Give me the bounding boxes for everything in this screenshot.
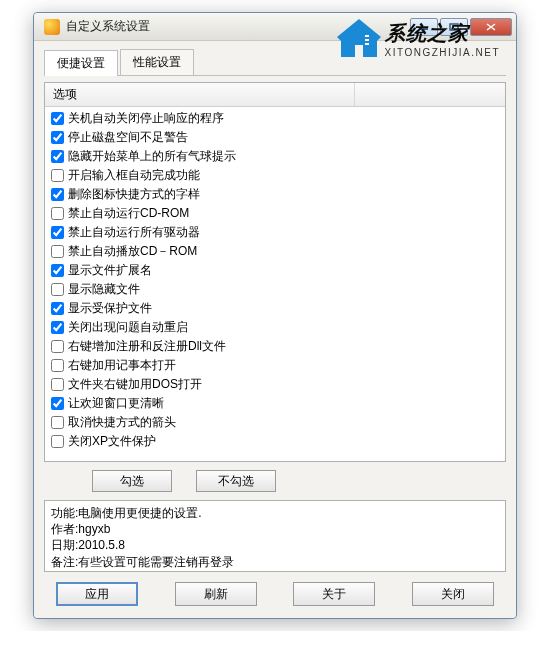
close-dialog-button[interactable]: 关闭	[412, 582, 494, 606]
option-label: 删除图标快捷方式的字样	[68, 186, 200, 203]
option-label: 右键加用记事本打开	[68, 357, 176, 374]
option-checkbox[interactable]	[51, 435, 64, 448]
option-checkbox[interactable]	[51, 264, 64, 277]
option-label: 开启输入框自动完成功能	[68, 167, 200, 184]
option-label: 右键增加注册和反注册Dll文件	[68, 338, 226, 355]
info-panel: 功能:电脑使用更便捷的设置. 作者:hgyxb 日期:2010.5.8 备注:有…	[44, 500, 506, 572]
tab-1[interactable]: 性能设置	[120, 49, 194, 75]
list-item[interactable]: 停止磁盘空间不足警告	[45, 128, 505, 147]
list-item[interactable]: 删除图标快捷方式的字样	[45, 185, 505, 204]
option-label: 关闭出现问题自动重启	[68, 319, 188, 336]
minimize-button[interactable]	[410, 18, 438, 36]
list-item[interactable]: 取消快捷方式的箭头	[45, 413, 505, 432]
list-item[interactable]: 右键增加注册和反注册Dll文件	[45, 337, 505, 356]
option-checkbox[interactable]	[51, 131, 64, 144]
option-label: 显示文件扩展名	[68, 262, 152, 279]
apply-button[interactable]: 应用	[56, 582, 138, 606]
uncheck-all-button[interactable]: 不勾选	[196, 470, 276, 492]
option-checkbox[interactable]	[51, 112, 64, 125]
column-header-empty[interactable]	[355, 83, 505, 106]
titlebar: 自定义系统设置	[34, 13, 516, 41]
list-item[interactable]: 显示文件扩展名	[45, 261, 505, 280]
list-header: 选项	[45, 83, 505, 107]
list-item[interactable]: 关闭XP文件保护	[45, 432, 505, 451]
maximize-icon	[449, 23, 459, 31]
option-label: 让欢迎窗口更清晰	[68, 395, 164, 412]
maximize-button[interactable]	[440, 18, 468, 36]
list-item[interactable]: 禁止自动运行CD-ROM	[45, 204, 505, 223]
option-label: 取消快捷方式的箭头	[68, 414, 176, 431]
list-item[interactable]: 禁止自动播放CD－ROM	[45, 242, 505, 261]
option-checkbox[interactable]	[51, 283, 64, 296]
window-title: 自定义系统设置	[66, 18, 410, 35]
list-item[interactable]: 隐藏开始菜单上的所有气球提示	[45, 147, 505, 166]
option-label: 禁止自动运行CD-ROM	[68, 205, 189, 222]
option-checkbox[interactable]	[51, 188, 64, 201]
list-item[interactable]: 开启输入框自动完成功能	[45, 166, 505, 185]
about-button[interactable]: 关于	[293, 582, 375, 606]
list-item[interactable]: 显示受保护文件	[45, 299, 505, 318]
list-item[interactable]: 文件夹右键加用DOS打开	[45, 375, 505, 394]
app-icon	[44, 19, 60, 35]
option-checkbox[interactable]	[51, 226, 64, 239]
option-checkbox[interactable]	[51, 359, 64, 372]
option-checkbox[interactable]	[51, 207, 64, 220]
option-checkbox[interactable]	[51, 340, 64, 353]
option-label: 文件夹右键加用DOS打开	[68, 376, 202, 393]
list-item[interactable]: 让欢迎窗口更清晰	[45, 394, 505, 413]
option-label: 关机自动关闭停止响应的程序	[68, 110, 224, 127]
tab-bar: 便捷设置性能设置	[44, 49, 506, 76]
option-label: 关闭XP文件保护	[68, 433, 156, 450]
list-item[interactable]: 关闭出现问题自动重启	[45, 318, 505, 337]
option-label: 显示受保护文件	[68, 300, 152, 317]
option-label: 隐藏开始菜单上的所有气球提示	[68, 148, 236, 165]
option-checkbox[interactable]	[51, 150, 64, 163]
svg-rect-1	[450, 24, 458, 30]
close-button[interactable]	[470, 18, 512, 36]
refresh-button[interactable]: 刷新	[175, 582, 257, 606]
options-list[interactable]: 选项 关机自动关闭停止响应的程序停止磁盘空间不足警告隐藏开始菜单上的所有气球提示…	[44, 82, 506, 462]
minimize-icon	[419, 23, 429, 31]
list-item[interactable]: 禁止自动运行所有驱动器	[45, 223, 505, 242]
list-item[interactable]: 关机自动关闭停止响应的程序	[45, 109, 505, 128]
close-icon	[486, 23, 496, 31]
option-label: 显示隐藏文件	[68, 281, 140, 298]
option-checkbox[interactable]	[51, 245, 64, 258]
option-checkbox[interactable]	[51, 302, 64, 315]
option-checkbox[interactable]	[51, 416, 64, 429]
option-label: 禁止自动运行所有驱动器	[68, 224, 200, 241]
tab-0[interactable]: 便捷设置	[44, 50, 118, 76]
option-checkbox[interactable]	[51, 378, 64, 391]
list-item[interactable]: 显示隐藏文件	[45, 280, 505, 299]
list-item[interactable]: 右键加用记事本打开	[45, 356, 505, 375]
option-checkbox[interactable]	[51, 169, 64, 182]
column-header-options[interactable]: 选项	[45, 83, 355, 106]
option-label: 停止磁盘空间不足警告	[68, 129, 188, 146]
option-checkbox[interactable]	[51, 397, 64, 410]
option-label: 禁止自动播放CD－ROM	[68, 243, 197, 260]
check-all-button[interactable]: 勾选	[92, 470, 172, 492]
option-checkbox[interactable]	[51, 321, 64, 334]
